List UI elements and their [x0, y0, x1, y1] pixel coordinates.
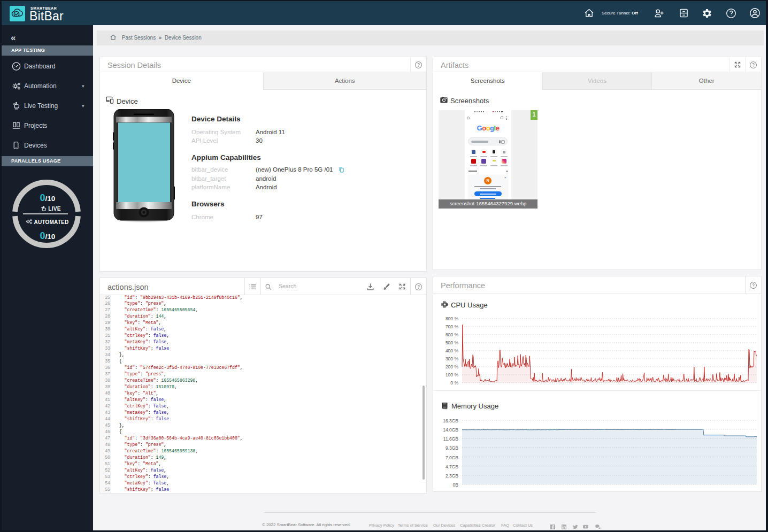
- svg-text:9.3GB: 9.3GB: [446, 445, 458, 451]
- svg-text:800 %: 800 %: [446, 316, 459, 321]
- svg-text:700 %: 700 %: [446, 324, 459, 329]
- svg-text:100 %: 100 %: [446, 372, 459, 377]
- svg-text:11.6GB: 11.6GB: [443, 436, 459, 442]
- svg-text:0/10: 0/10: [40, 230, 56, 241]
- svg-text:0B: 0B: [453, 482, 459, 488]
- svg-text:4.7GB: 4.7GB: [446, 464, 458, 469]
- svg-text:2.3GB: 2.3GB: [446, 473, 458, 479]
- svg-text:AUTOMATED: AUTOMATED: [34, 219, 69, 225]
- svg-text:14.0GB: 14.0GB: [443, 427, 458, 433]
- svg-text:LIVE: LIVE: [48, 206, 60, 212]
- svg-text:7.0GB: 7.0GB: [446, 455, 458, 460]
- svg-text:600 %: 600 %: [446, 332, 459, 337]
- svg-text:16.3GB: 16.3GB: [443, 418, 458, 423]
- svg-text:0 %: 0 %: [450, 380, 458, 385]
- svg-text:300 %: 300 %: [446, 356, 459, 361]
- svg-text:400 %: 400 %: [446, 348, 459, 353]
- svg-text:0/10: 0/10: [40, 192, 56, 203]
- svg-text:500 %: 500 %: [446, 340, 459, 345]
- svg-text:200 %: 200 %: [446, 364, 459, 369]
